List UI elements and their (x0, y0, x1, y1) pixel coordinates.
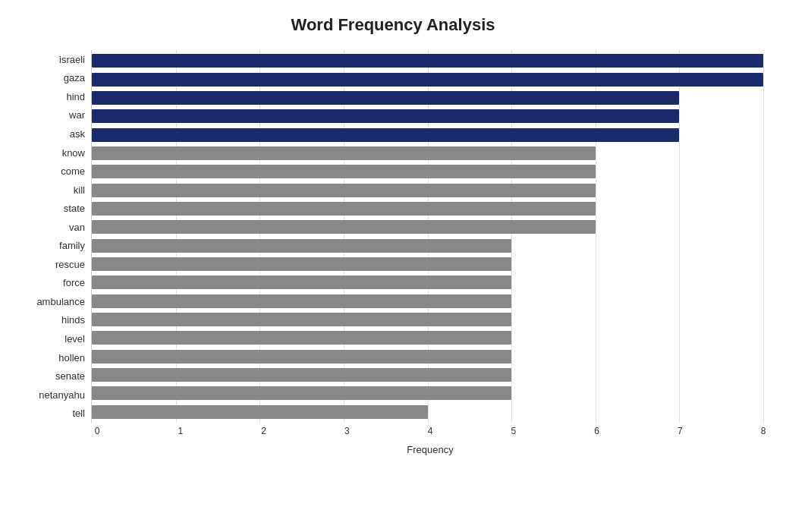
x-axis-label: Frequency (97, 444, 763, 455)
bar-row-netanyahu (92, 385, 763, 401)
bar-row-hollen (92, 348, 763, 365)
y-label-ambulance: ambulance (36, 292, 85, 310)
y-label-force: force (63, 274, 85, 292)
y-label-hollen: hollen (58, 348, 85, 367)
bar-row-force (92, 274, 763, 291)
y-label-tell: tell (72, 405, 85, 423)
grid-and-bars (91, 50, 763, 423)
x-tick-3: 3 (344, 426, 350, 436)
bar-ask (92, 128, 679, 142)
bar-senate (92, 368, 511, 382)
bar-row-level (92, 329, 763, 346)
bar-tell (92, 405, 428, 419)
bar-row-hinds (92, 311, 763, 328)
y-label-war: war (69, 106, 85, 124)
y-label-hinds: hinds (61, 311, 85, 329)
y-label-kill: kill (74, 181, 85, 199)
y-label-van: van (69, 218, 85, 236)
bar-gaza (92, 73, 763, 87)
bar-israeli (92, 54, 763, 68)
bar-van (92, 220, 596, 234)
bar-kill (92, 184, 596, 197)
y-label-senate: senate (55, 367, 85, 386)
y-label-level: level (64, 329, 85, 348)
bar-state (92, 202, 596, 216)
bars-wrapper (92, 50, 763, 423)
x-tick-0: 0 (95, 426, 100, 436)
bar-row-van (92, 219, 763, 235)
grid-line-8 (763, 50, 764, 423)
bar-row-kill (92, 182, 763, 199)
x-tick-4: 4 (428, 426, 433, 436)
bar-level (92, 331, 511, 345)
chart-title: Word Frequency Analysis (23, 15, 763, 35)
y-label-gaza: gaza (64, 69, 85, 87)
bar-row-know (92, 145, 763, 162)
y-label-rescue: rescue (55, 255, 85, 273)
y-label-come: come (61, 162, 85, 181)
x-tick-6: 6 (594, 426, 599, 436)
chart-area: israeligazahindwaraskknowcomekillstateva… (23, 50, 763, 423)
y-axis: israeligazahindwaraskknowcomekillstateva… (23, 50, 91, 423)
y-label-state: state (64, 200, 85, 218)
bar-row-rescue (92, 256, 763, 272)
bar-force (92, 275, 511, 289)
y-label-family: family (59, 237, 85, 255)
bar-row-war (92, 108, 763, 124)
y-label-netanyahu: netanyahu (39, 386, 85, 404)
bars-area (91, 50, 763, 423)
bar-war (92, 109, 679, 123)
y-label-ask: ask (70, 124, 85, 143)
bar-hinds (92, 313, 511, 326)
x-axis-ticks: 012345678 (97, 426, 763, 441)
bar-family (92, 239, 511, 253)
bar-rescue (92, 257, 511, 271)
x-tick-5: 5 (511, 426, 516, 436)
x-tick-7: 7 (678, 426, 683, 436)
x-tick-8: 8 (761, 426, 766, 436)
x-tick-2: 2 (261, 426, 266, 436)
bar-row-come (92, 163, 763, 180)
bar-row-ambulance (92, 293, 763, 310)
y-label-know: know (62, 143, 85, 162)
bar-row-tell (92, 404, 763, 420)
bar-row-family (92, 238, 763, 254)
bar-hind (92, 91, 679, 105)
bar-row-ask (92, 127, 763, 143)
bar-come (92, 165, 596, 178)
bar-row-state (92, 200, 763, 217)
bar-row-hind (92, 90, 763, 106)
y-label-hind: hind (66, 87, 85, 105)
x-tick-1: 1 (178, 426, 183, 436)
y-label-israeli: israeli (59, 50, 85, 68)
bar-know (92, 146, 596, 160)
bar-hollen (92, 350, 511, 364)
bar-netanyahu (92, 386, 511, 400)
bar-row-senate (92, 367, 763, 383)
bar-ambulance (92, 294, 511, 308)
bar-row-gaza (92, 71, 763, 88)
chart-container: Word Frequency Analysis israeligazahindw… (0, 0, 786, 532)
bar-row-israeli (92, 52, 763, 69)
